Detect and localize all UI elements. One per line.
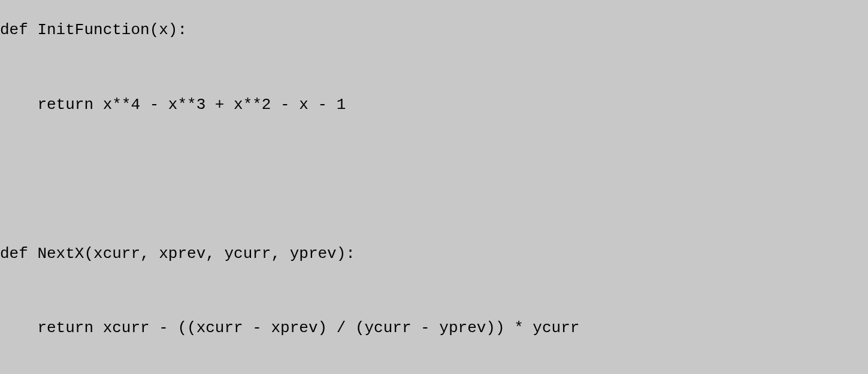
code-line: return xcurr - ((xcurr - xprev) / (ycurr… — [0, 319, 868, 337]
code-block: def InitFunction(x): return x**4 - x**3 … — [0, 0, 868, 374]
code-line — [0, 282, 868, 300]
code-line — [0, 357, 868, 374]
code-line: def NextX(xcurr, xprev, ycurr, yprev): — [0, 245, 868, 263]
code-line — [0, 59, 868, 77]
code-line — [0, 170, 868, 188]
code-line — [0, 133, 868, 151]
code-line: return x**4 - x**3 + x**2 - x - 1 — [0, 96, 868, 114]
code-line — [0, 208, 868, 226]
code-line: def InitFunction(x): — [0, 21, 868, 39]
